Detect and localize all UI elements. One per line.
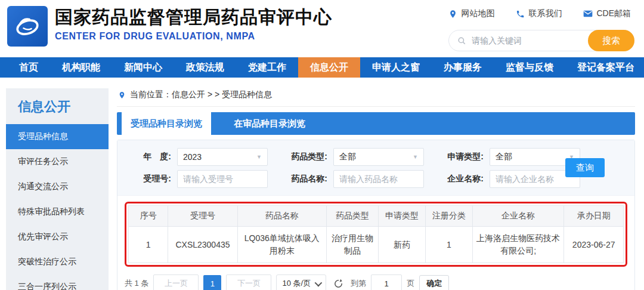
next-page-button[interactable]: 下一页 xyxy=(226,274,271,290)
filter-form: 年 度: 2023 ▼ 药品类型: 全部 ▼ xyxy=(117,140,634,196)
sitemap-link[interactable]: 网站地图 xyxy=(448,8,494,19)
query-panel: 年 度: 2023 ▼ 药品类型: 全部 ▼ xyxy=(117,140,635,290)
swan-icon xyxy=(11,10,44,43)
site-search: 搜索 xyxy=(448,30,634,51)
mailbox-link[interactable]: CDE邮箱 xyxy=(583,8,631,19)
nav-item-home[interactable]: 首页 xyxy=(7,57,50,78)
page-number-button[interactable]: 1 xyxy=(203,275,221,290)
cell-drug-name: LQ036单域抗体吸入用粉末 xyxy=(237,227,326,263)
tab-accepted-catalog[interactable]: 受理品种目录浏览 xyxy=(122,112,211,135)
cell-company: 上海洛启生物医药技术有限公司; xyxy=(472,227,564,263)
page-size-select[interactable]: 10 条/页 xyxy=(276,274,326,290)
tab-bar: 受理品种目录浏览 在审品种目录浏览 xyxy=(117,112,635,135)
table-header-row: 序号 受理号 药品名称 药品类型 申请类型 注册分类 企业名称 承办日期 xyxy=(129,206,624,227)
header-quick-links: 网站地图 联系我们 CDE邮箱 xyxy=(448,8,631,19)
company-label: 企业名称: xyxy=(438,174,484,184)
sidebar-item-review-tasks[interactable]: 审评任务公示 xyxy=(6,149,109,174)
filter-year: 年 度: 2023 ▼ xyxy=(126,148,268,166)
prev-page-button[interactable]: 上一页 xyxy=(153,274,199,290)
sitemap-label: 网站地图 xyxy=(461,8,494,19)
site-title: 国家药品监督管理局药品审评中心 xyxy=(55,7,332,27)
col-header-drug-type: 药品类型 xyxy=(326,206,378,227)
goto-page-input[interactable] xyxy=(371,274,402,290)
nav-item-services[interactable]: 办事服务 xyxy=(432,57,494,78)
page-size-value: 10 条/页 xyxy=(282,278,311,289)
site-header: 国家药品监督管理局药品审评中心 CENTER FOR DRUG EVALUATI… xyxy=(0,0,644,57)
nav-item-info-disclosure[interactable]: 信息公开 xyxy=(298,57,360,78)
cell-drug-type: 治疗用生物制品 xyxy=(326,227,378,263)
drug-type-label: 药品类型: xyxy=(282,152,327,162)
contact-link[interactable]: 联系我们 xyxy=(516,8,562,19)
search-icon xyxy=(457,36,466,45)
refresh-icon xyxy=(333,279,343,289)
col-header-company: 企业名称 xyxy=(472,206,564,227)
mailbox-label: CDE邮箱 xyxy=(596,8,631,19)
site-subtitle: CENTER FOR DRUG EVALUATION, NMPA xyxy=(55,31,332,42)
filter-drug-type: 药品类型: 全部 ▼ xyxy=(282,148,424,166)
apply-type-label: 申请类型: xyxy=(438,152,484,162)
cell-index: 1 xyxy=(129,227,168,263)
accept-no-input[interactable] xyxy=(177,170,268,188)
breadcrumb: 当前位置：信息公开 > > 受理品种信息 xyxy=(117,88,635,107)
main-panel: 当前位置：信息公开 > > 受理品种信息 受理品种目录浏览 在审品种目录浏览 年… xyxy=(117,88,635,290)
drug-name-input[interactable] xyxy=(333,170,424,188)
confirm-button[interactable]: 确定 xyxy=(419,275,449,290)
sidebar: 信息公开 受理品种信息 审评任务公示 沟通交流公示 特殊审批品种列表 优先审评公… xyxy=(6,88,109,290)
col-header-date: 承办日期 xyxy=(564,206,624,227)
filter-apply-type: 申请类型: 全部 ▼ xyxy=(438,148,580,166)
total-count: 共 1 条 xyxy=(125,278,148,289)
chevron-down-icon: ▼ xyxy=(413,154,418,160)
filter-accept-no: 受理号: xyxy=(126,170,268,188)
sidebar-item-special-approval[interactable]: 特殊审批品种列表 xyxy=(6,199,109,224)
search-button[interactable]: 搜索 xyxy=(588,30,634,51)
nav-item-applicant-window[interactable]: 申请人之窗 xyxy=(360,57,432,78)
contact-label: 联系我们 xyxy=(528,8,562,19)
nav-item-functions[interactable]: 机构职能 xyxy=(50,57,112,78)
cell-apply-type: 新药 xyxy=(379,227,426,263)
sidebar-title: 信息公开 xyxy=(6,88,109,124)
drug-name-label: 药品名称: xyxy=(282,174,327,184)
content-area: 信息公开 受理品种信息 审评任务公示 沟通交流公示 特殊审批品种列表 优先审评公… xyxy=(0,78,644,290)
sidebar-item-three-in-one[interactable]: 三合一序列公示 xyxy=(6,274,109,290)
nav-item-supervision[interactable]: 监督与反馈 xyxy=(494,57,565,78)
query-button[interactable]: 查询 xyxy=(565,158,605,177)
nav-item-policies[interactable]: 政策法规 xyxy=(174,57,236,78)
tab-under-review-catalog[interactable]: 在审品种目录浏览 xyxy=(211,112,328,135)
goto-label: 到第 xyxy=(351,278,366,289)
phone-icon xyxy=(516,10,525,18)
page: 国家药品监督管理局药品审评中心 CENTER FOR DRUG EVALUATI… xyxy=(0,0,644,290)
sidebar-item-communication[interactable]: 沟通交流公示 xyxy=(6,174,109,199)
apply-type-value: 全部 xyxy=(496,152,512,162)
chevron-down-icon: ▼ xyxy=(256,154,262,160)
sidebar-item-breakthrough-therapy[interactable]: 突破性治疗公示 xyxy=(6,249,109,274)
col-header-index: 序号 xyxy=(129,206,168,227)
col-header-drug-name: 药品名称 xyxy=(237,206,326,227)
col-header-apply-type: 申请类型 xyxy=(379,206,426,227)
refresh-button[interactable] xyxy=(333,279,343,289)
annotation-box: 序号 受理号 药品名称 药品类型 申请类型 注册分类 企业名称 承办日期 xyxy=(125,202,627,267)
cde-logo xyxy=(7,6,48,47)
accept-no-label: 受理号: xyxy=(126,174,171,184)
cell-reg-class: 1 xyxy=(425,227,472,263)
filter-row-2: 受理号: 药品名称: 企业名称: xyxy=(126,168,626,190)
nav-item-news[interactable]: 新闻中心 xyxy=(112,57,174,78)
col-header-reg-class: 注册分类 xyxy=(425,206,472,227)
nav-item-registration-platform[interactable]: 登记备案平台 xyxy=(565,57,644,78)
year-select[interactable]: 2023 ▼ xyxy=(177,148,268,166)
year-value: 2023 xyxy=(183,152,202,162)
brand-block: 国家药品监督管理局药品审评中心 CENTER FOR DRUG EVALUATI… xyxy=(55,7,332,42)
chevron-down-icon xyxy=(315,279,323,286)
results-table: 序号 受理号 药品名称 药品类型 申请类型 注册分类 企业名称 承办日期 xyxy=(128,205,624,263)
year-label: 年 度: xyxy=(126,152,171,162)
mail-icon xyxy=(583,10,593,18)
cell-date: 2023-06-27 xyxy=(564,227,624,263)
drug-type-select[interactable]: 全部 ▼ xyxy=(333,148,424,166)
goto-suffix: 页 xyxy=(407,278,414,289)
location-pin-icon xyxy=(448,10,457,18)
location-pin-icon xyxy=(118,91,126,100)
nav-item-party[interactable]: 党建工作 xyxy=(236,57,298,78)
filter-row-1: 年 度: 2023 ▼ 药品类型: 全部 ▼ xyxy=(126,146,626,168)
table-row: 1 CXSL2300435 LQ036单域抗体吸入用粉末 治疗用生物制品 新药 … xyxy=(129,227,624,263)
sidebar-item-accepted-varieties[interactable]: 受理品种信息 xyxy=(6,124,109,149)
sidebar-item-priority-review[interactable]: 优先审评公示 xyxy=(6,224,109,249)
